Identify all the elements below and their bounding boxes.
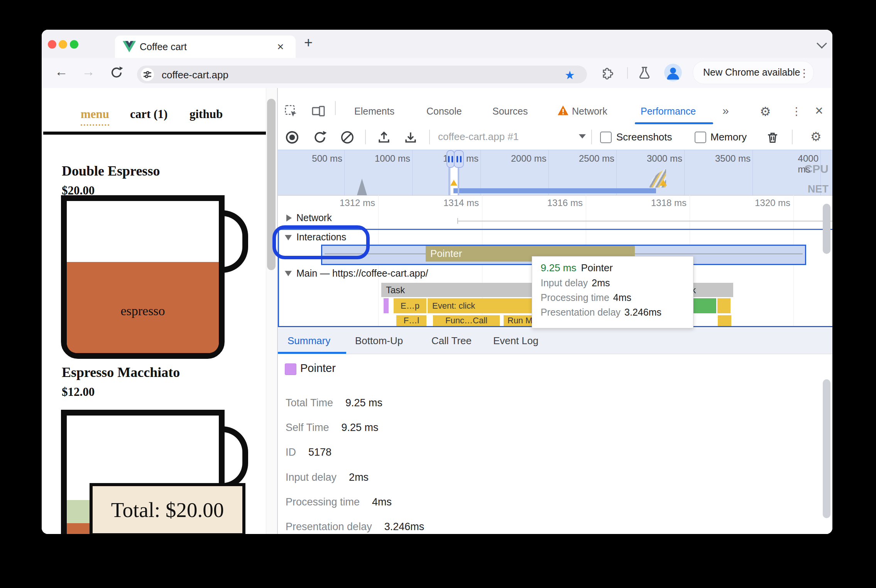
profile-avatar[interactable] [664, 64, 682, 81]
summary-scrollbar-thumb[interactable] [823, 379, 830, 518]
tab-bottom-up[interactable]: Bottom-Up [355, 335, 403, 347]
tab-console[interactable]: Console [426, 106, 462, 117]
screenshot: Coffee cart × + ← → coffee-cart.app ★ [0, 0, 876, 588]
pointer-legend-swatch [285, 363, 296, 375]
traffic-minimize-icon[interactable] [59, 40, 67, 49]
tab-strip: Coffee cart × + [42, 30, 832, 58]
overview-tick: 3000 ms [647, 153, 682, 164]
browser-menu-kebab-icon[interactable]: ⋮ [799, 67, 810, 79]
flame-event-bar[interactable]: E…p [394, 298, 426, 313]
browser-window: Coffee cart × + ← → coffee-cart.app ★ [42, 30, 832, 534]
cpu-activity-spike [357, 179, 367, 195]
tab-elements[interactable]: Elements [354, 106, 394, 117]
main-track-label[interactable]: Main — https://coffee-cart.app/ [296, 268, 428, 279]
tooltip-row-label: Input delay [541, 277, 588, 288]
session-select[interactable]: coffee-cart.app #1 [438, 131, 519, 143]
tab-performance[interactable]: Performance [641, 106, 696, 117]
main-expand-icon[interactable] [285, 271, 292, 276]
bookmark-star-icon[interactable]: ★ [565, 68, 575, 82]
reload-icon[interactable] [110, 66, 123, 79]
tracks-scrollbar-thumb[interactable] [823, 204, 830, 254]
screenshots-checkbox[interactable] [600, 132, 612, 143]
forward-icon[interactable]: → [82, 64, 95, 79]
flame-bar[interactable] [717, 298, 731, 313]
tooltip-row-value: 2ms [592, 277, 610, 288]
timeline-overview[interactable]: 500 ms 1000 ms 1500 ms 2000 ms 2500 ms 3… [278, 150, 832, 196]
flame-function-call-bar[interactable]: Func…Call [433, 315, 500, 326]
capture-settings-gear-icon[interactable]: ⚙ [810, 129, 822, 144]
ruler-tick: 1312 ms [340, 198, 375, 208]
selection-right-guide[interactable] [458, 166, 459, 195]
mug-handle [222, 210, 248, 273]
nav-cart-link[interactable]: cart (1) [130, 107, 167, 121]
tooltip-duration: 9.25 ms [541, 262, 577, 274]
traffic-close-icon[interactable] [48, 40, 56, 49]
clear-icon[interactable] [340, 130, 355, 145]
tab-event-log[interactable]: Event Log [493, 335, 538, 347]
overview-tick: 500 ms [312, 153, 342, 164]
summary-pane: Pointer Total Time9.25 ms Self Time9.25 … [278, 354, 832, 534]
tab-summary[interactable]: Summary [287, 335, 330, 347]
perfbar-divider [591, 130, 592, 144]
tab-network[interactable]: Network [572, 106, 607, 117]
address-bar[interactable]: coffee-cart.app ★ [137, 66, 587, 83]
screenshots-label[interactable]: Screenshots [616, 131, 672, 143]
ruler-tick: 1314 ms [443, 198, 479, 208]
memory-checkbox[interactable] [695, 132, 706, 143]
collect-garbage-icon[interactable] [765, 130, 780, 144]
vue-favicon-icon [123, 41, 136, 52]
url-text[interactable]: coffee-cart.app [162, 69, 228, 81]
tab-search-chevron-icon[interactable] [817, 38, 827, 49]
update-chrome-button[interactable]: New Chrome available ⋮ [693, 61, 814, 84]
interaction-tooltip: 9.25 msPointer Input delay2ms Processing… [532, 256, 693, 328]
network-activity-bar [453, 188, 656, 193]
extensions-puzzle-icon[interactable] [600, 66, 614, 80]
tooltip-row-value: 4ms [613, 292, 631, 303]
selection-right-handle[interactable] [454, 150, 464, 168]
devtools-kebab-icon[interactable]: ⋮ [791, 105, 802, 118]
inspect-element-icon[interactable] [284, 104, 298, 118]
session-caret-icon[interactable] [579, 134, 586, 139]
overview-tick: 2500 ms [579, 153, 614, 164]
upload-profile-icon[interactable] [377, 130, 391, 145]
devtools-close-icon[interactable]: × [815, 103, 823, 119]
selection-left-guide[interactable] [448, 166, 450, 195]
coffee-cart-page: menu cart (1) github Double Espresso $20… [42, 88, 277, 534]
new-tab-button[interactable]: + [304, 34, 313, 51]
traffic-zoom-icon[interactable] [70, 40, 78, 49]
overview-tick: 2000 ms [511, 153, 546, 164]
nav-github-link[interactable]: github [189, 107, 223, 121]
ruler-tick: 1318 ms [651, 198, 687, 208]
flame-function-bar[interactable]: F…l [396, 315, 426, 326]
site-settings-icon[interactable] [141, 68, 154, 81]
record-reload-icon[interactable] [313, 130, 327, 145]
record-icon[interactable] [285, 130, 299, 145]
download-profile-icon[interactable] [403, 130, 418, 145]
network-track-label[interactable]: Network [296, 212, 332, 223]
selection-left-handle[interactable] [446, 150, 455, 168]
experiments-flask-icon[interactable] [637, 66, 652, 80]
more-tabs-icon[interactable]: » [722, 104, 729, 117]
product-mug-double-espresso[interactable]: espresso [61, 195, 225, 359]
cpu-lane-label: CPU [804, 162, 829, 176]
network-warning-icon [557, 105, 569, 116]
flame-task-bar[interactable] [717, 283, 732, 297]
tab-close-icon[interactable]: × [277, 40, 284, 53]
summary-row: Self Time9.25 ms [286, 422, 379, 434]
tooltip-row-value: 3.246ms [624, 307, 661, 318]
device-toolbar-icon[interactable] [311, 104, 326, 118]
browser-tab[interactable]: Coffee cart × [115, 35, 296, 58]
tooltip-row-label: Presentation delay [541, 307, 621, 318]
memory-label[interactable]: Memory [710, 131, 747, 143]
cart-total-badge: Total: $20.00 [90, 483, 245, 534]
nav-menu-link[interactable]: menu [81, 107, 109, 126]
back-icon[interactable]: ← [55, 64, 68, 79]
perfbar-divider [792, 130, 793, 144]
tab-sources[interactable]: Sources [492, 106, 528, 117]
summary-row: Presentation delay3.246ms [286, 521, 424, 533]
devtools-settings-gear-icon[interactable]: ⚙ [760, 104, 771, 119]
flame-bar[interactable] [718, 315, 731, 326]
flame-pointer-event-bar[interactable] [384, 298, 389, 313]
tab-call-tree[interactable]: Call Tree [431, 335, 472, 347]
network-collapse-icon[interactable] [286, 215, 292, 221]
